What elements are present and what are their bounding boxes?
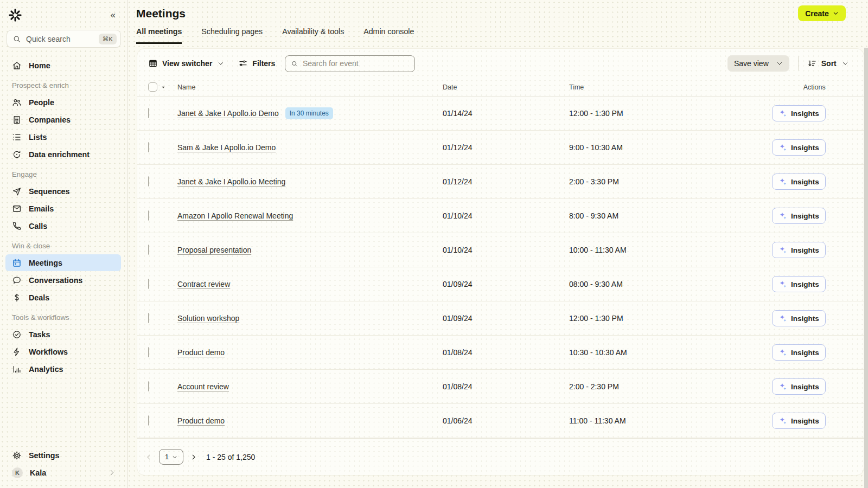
sequences-icon <box>12 187 22 196</box>
avatar: K <box>12 467 23 478</box>
sidebar-item-calls[interactable]: Calls <box>5 217 121 234</box>
sidebar-item-conversations[interactable]: Conversations <box>5 272 121 288</box>
row-checkbox[interactable] <box>148 142 149 152</box>
insights-button-label: Insights <box>791 280 819 288</box>
meeting-name-link[interactable]: Sam & Jake I Apollo.io Demo <box>177 143 276 152</box>
settings-gear-icon <box>12 451 22 460</box>
sidebar-item-sequences[interactable]: Sequences <box>5 183 121 200</box>
deals-dollar-icon <box>12 293 22 303</box>
insights-button-label: Insights <box>791 178 819 186</box>
row-checkbox[interactable] <box>148 176 149 187</box>
conversations-icon <box>12 275 22 285</box>
sidebar-item-people[interactable]: People <box>5 94 121 111</box>
chevron-down-icon <box>172 454 177 460</box>
sidebar-item-analytics[interactable]: Analytics <box>5 361 121 377</box>
tab-availability-tools[interactable]: Availability & tools <box>282 27 344 44</box>
caret-down-icon[interactable] <box>161 85 166 90</box>
meeting-name-link[interactable]: Proposal presentation <box>177 246 251 254</box>
meeting-date: 01/09/24 <box>443 314 569 323</box>
meeting-name-link[interactable]: Product demo <box>177 348 225 357</box>
main-content: Meetings Create All meetings Scheduling … <box>128 0 868 488</box>
filters-label: Filters <box>252 59 275 68</box>
calls-icon <box>12 221 22 231</box>
sort-button[interactable]: Sort <box>807 59 848 68</box>
sidebar-item-deals[interactable]: Deals <box>5 289 121 306</box>
insights-button[interactable]: Insights <box>772 310 826 326</box>
event-search <box>285 55 415 72</box>
sidebar-item-meetings[interactable]: Meetings <box>5 254 121 271</box>
insights-button[interactable]: Insights <box>772 344 826 361</box>
save-view-button[interactable]: Save view <box>727 55 789 72</box>
insights-button[interactable]: Insights <box>772 413 826 429</box>
insights-button-label: Insights <box>791 212 819 220</box>
keyboard-shortcut-badge: ⌘K <box>99 34 117 44</box>
insights-button-label: Insights <box>791 314 819 323</box>
meeting-name-link[interactable]: Janet & Jake I Apollo.io Meeting <box>177 177 285 186</box>
meeting-date: 01/06/24 <box>443 416 569 425</box>
sidebar-item-emails[interactable]: Emails <box>5 200 121 217</box>
view-switcher-button[interactable]: View switcher <box>148 59 224 68</box>
row-checkbox[interactable] <box>148 210 149 221</box>
tab-admin-console[interactable]: Admin console <box>363 27 414 44</box>
tab-all-meetings[interactable]: All meetings <box>136 27 182 44</box>
chevron-down-icon <box>776 60 783 67</box>
row-checkbox[interactable] <box>148 415 149 426</box>
meeting-date: 01/12/24 <box>443 177 569 186</box>
row-checkbox[interactable] <box>148 381 149 391</box>
people-icon <box>12 98 22 107</box>
insights-button-label: Insights <box>791 383 819 391</box>
row-checkbox[interactable] <box>148 347 149 357</box>
sidebar-nav: Home Prospect & enrich People Companies … <box>0 56 127 378</box>
meeting-name-link[interactable]: Contract review <box>177 280 230 288</box>
insights-button[interactable]: Insights <box>772 174 826 190</box>
chevron-down-icon <box>842 60 848 67</box>
insights-button[interactable]: Insights <box>772 242 826 258</box>
quick-search[interactable]: Quick search ⌘K <box>7 30 121 48</box>
insights-button[interactable]: Insights <box>772 139 826 156</box>
table-row: Product demo 01/08/24 10:30 - 10:30 AM I… <box>137 336 864 370</box>
sidebar-item-user[interactable]: K Kala <box>5 464 121 481</box>
meeting-date: 01/10/24 <box>443 211 569 220</box>
scrollbar[interactable] <box>864 48 868 488</box>
pagination-bar: 1 1 - 25 of 1,250 <box>137 438 864 475</box>
insights-button-label: Insights <box>791 110 819 118</box>
chevron-down-icon <box>218 60 224 67</box>
sidebar-section-label: Engage <box>0 163 127 182</box>
table-header: Name Date Time Actions <box>137 78 864 97</box>
select-all-checkbox[interactable] <box>148 82 157 92</box>
meeting-time: 10:30 - 10:30 AM <box>569 348 772 357</box>
meeting-name-link[interactable]: Product demo <box>177 416 225 425</box>
meeting-date: 01/12/24 <box>443 143 569 152</box>
sidebar-item-lists[interactable]: Lists <box>5 129 121 145</box>
next-page-icon[interactable] <box>190 453 197 461</box>
tab-scheduling-pages[interactable]: Scheduling pages <box>201 27 263 44</box>
create-button[interactable]: Create <box>798 5 846 21</box>
row-checkbox[interactable] <box>148 279 149 289</box>
sidebar-item-label: Settings <box>29 451 59 460</box>
meeting-name-link[interactable]: Janet & Jake I Apollo.io Demo <box>177 109 279 118</box>
insights-button[interactable]: Insights <box>772 208 826 224</box>
sidebar-item-data-enrichment[interactable]: Data enrichment <box>5 146 121 163</box>
sidebar-item-tasks[interactable]: Tasks <box>5 326 121 343</box>
row-checkbox[interactable] <box>148 245 149 255</box>
insights-button[interactable]: Insights <box>772 105 826 121</box>
previous-page-icon[interactable] <box>145 453 152 461</box>
insights-button[interactable]: Insights <box>772 378 826 395</box>
view-switcher-label: View switcher <box>162 59 212 68</box>
event-search-input[interactable] <box>303 59 409 68</box>
meeting-name-link[interactable]: Account review <box>177 382 229 391</box>
meeting-name-link[interactable]: Amazon I Apollo Renewal Meeting <box>177 211 293 220</box>
row-checkbox[interactable] <box>148 313 149 323</box>
chevron-down-icon <box>833 10 839 16</box>
sidebar-item-workflows[interactable]: Workflows <box>5 343 121 360</box>
sidebar-item-home[interactable]: Home <box>5 57 121 74</box>
sidebar-item-settings[interactable]: Settings <box>5 447 121 464</box>
insights-button[interactable]: Insights <box>772 276 826 292</box>
sidebar-item-companies[interactable]: Companies <box>5 111 121 128</box>
meeting-time: 8:00 - 9:30 AM <box>569 211 772 220</box>
collapse-sidebar-icon[interactable]: « <box>111 10 119 21</box>
filters-button[interactable]: Filters <box>238 59 275 68</box>
meeting-name-link[interactable]: Solution workshop <box>177 314 239 323</box>
row-checkbox[interactable] <box>148 108 149 118</box>
page-number-dropdown[interactable]: 1 <box>159 449 183 465</box>
